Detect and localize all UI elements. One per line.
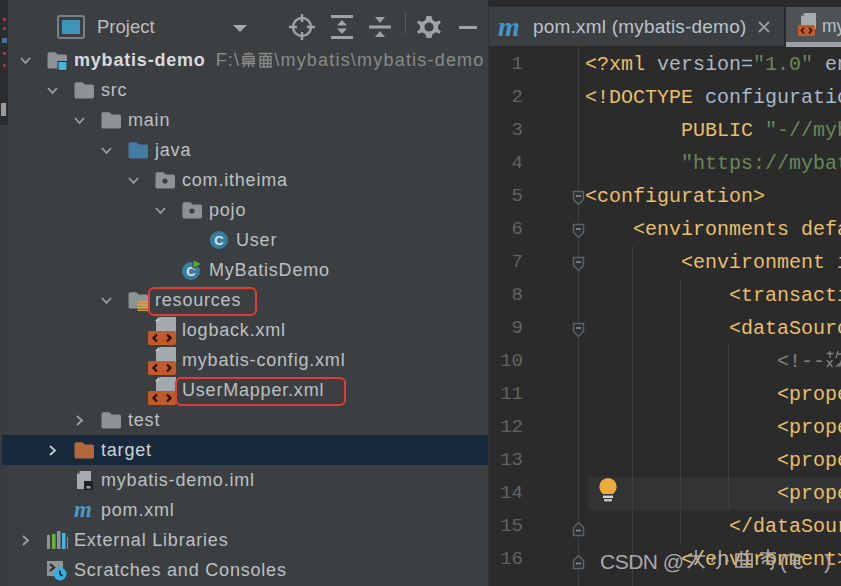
- svg-text:m: m: [74, 499, 92, 521]
- svg-text:C: C: [214, 233, 224, 248]
